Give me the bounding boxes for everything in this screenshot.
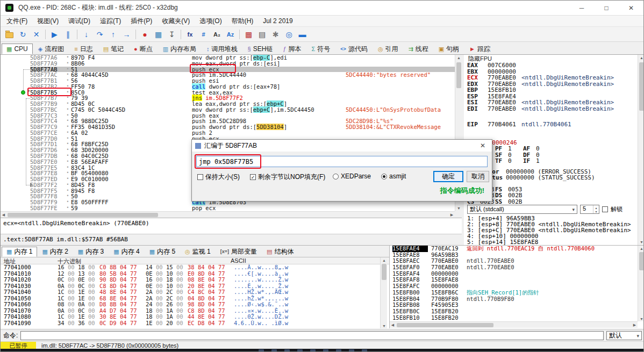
- stack-arg-row[interactable]: 4: [esp+10] 00000000: [467, 233, 639, 239]
- stop-icon[interactable]: ✕: [30, 28, 43, 40]
- stack-row[interactable]: 15E8FAF0770EABE0ntdll.770EABE0: [390, 264, 644, 271]
- taskbar-icon[interactable]: [259, 349, 264, 352]
- dump-vertical-scrollbar[interactable]: ▲ ▼: [380, 257, 387, 328]
- run-icon[interactable]: ▶: [48, 28, 61, 40]
- taskbar-icon[interactable]: [349, 349, 354, 352]
- depth-stepper[interactable]: 5 ▴▾: [580, 205, 599, 214]
- taskbar-icon[interactable]: [323, 349, 328, 352]
- step-out-icon[interactable]: ↑: [106, 28, 120, 40]
- tab-笔记[interactable]: ▤笔记: [98, 44, 128, 54]
- tab-流程图[interactable]: ◈流程图: [33, 44, 69, 54]
- stack-row[interactable]: 15E8FB0C15E8FB20: [390, 308, 644, 315]
- disasm-row[interactable]: 5D8F77A9•8B06mov eax,dword ptr ds:[esi]: [1, 61, 455, 67]
- scrollbar-thumb[interactable]: [8, 213, 158, 217]
- tab-调用堆栈[interactable]: ↕调用堆栈: [202, 44, 242, 54]
- stack-row[interactable]: 15E8FB0015E8FB6C指向SEH_Record[1]的指针: [390, 290, 644, 296]
- spinner-arrows-icon[interactable]: ▴▾: [593, 205, 599, 213]
- tab-结构体[interactable]: ▤结构体: [262, 247, 298, 257]
- scroll-right-icon[interactable]: ▶: [632, 322, 638, 328]
- step-into-icon[interactable]: ↓: [80, 28, 93, 40]
- tab-符号[interactable]: Σ符号: [307, 44, 335, 54]
- tab-监视 1[interactable]: ◎监视 1: [180, 247, 216, 257]
- tab-CPU[interactable]: ▦CPU: [2, 44, 33, 54]
- tab-SEH链[interactable]: §SEH链: [243, 44, 278, 54]
- stack-row[interactable]: 15E8FB04770B9F80ntdll.770B9F80: [390, 296, 644, 303]
- menu-item[interactable]: 选项(O): [195, 16, 226, 27]
- breakpoint-dot[interactable]: [21, 90, 25, 95]
- scroll-down-icon[interactable]: ▼: [638, 316, 644, 321]
- breakpoints-icon[interactable]: ●: [138, 28, 152, 40]
- tab-断点[interactable]: ●断点: [129, 44, 158, 54]
- stack-arg-row[interactable]: 2: [esp+8] 770EABE0 <ntdll.DbgUiRemoteBr…: [467, 221, 639, 227]
- scroll-up-icon[interactable]: ▲: [638, 246, 644, 251]
- register-row[interactable]: ZF1PF1AF0: [467, 146, 638, 152]
- nop-fill-checkbox[interactable]: ✓ 剩余字节以NOP填充(F): [250, 173, 325, 182]
- menu-item[interactable]: 插件(P): [126, 16, 157, 27]
- tab-内存 5[interactable]: ▦内存 5: [145, 247, 180, 257]
- tab-脚本[interactable]: ƒ脚本: [278, 44, 306, 54]
- taskbar-icon[interactable]: [362, 349, 367, 352]
- disasm-row[interactable]: 5D8F77C9•FF35 0481D35Dpush dword ptr ds:…: [1, 124, 455, 130]
- assemble-instruction-input[interactable]: [196, 156, 488, 167]
- calculator-icon[interactable]: ▤: [255, 28, 269, 40]
- minimize-button[interactable]: ─: [569, 1, 594, 16]
- register-row[interactable]: LastStatus00000000 (STATUS_SUCCESS): [467, 175, 638, 181]
- tab-跟踪[interactable]: ►跟踪: [464, 44, 495, 54]
- scroll-left-icon[interactable]: ◀: [1, 212, 6, 218]
- scrollbar-thumb[interactable]: [382, 264, 387, 280]
- stack-arg-row[interactable]: 1: [esp+4] 96A59BB3: [467, 215, 639, 221]
- stack-horizontal-scrollbar[interactable]: ◀ ▶: [390, 321, 638, 328]
- font-icon[interactable]: Az: [224, 28, 237, 40]
- unlock-checkbox[interactable]: [602, 206, 608, 212]
- stack-arg-row[interactable]: 3: [esp+C] 770EABE0 <ntdll.DbgUiRemoteBr…: [467, 227, 639, 233]
- register-row[interactable]: ES002BDS002B: [467, 192, 638, 199]
- xedparse-radio[interactable]: XEDParse: [333, 173, 371, 180]
- menu-item[interactable]: 追踪(T): [95, 16, 126, 27]
- register-row[interactable]: EFLAGS00000246: [467, 140, 638, 146]
- scroll-up-icon[interactable]: ▲: [455, 55, 462, 61]
- scrollbar-thumb[interactable]: [639, 62, 644, 111]
- scroll-down-icon[interactable]: ▼: [638, 239, 644, 245]
- scrollbar-thumb[interactable]: [397, 323, 493, 327]
- menu-item[interactable]: 文件(F): [2, 16, 32, 27]
- tab-内存 1[interactable]: ▦内存 1: [2, 247, 37, 257]
- cancel-button[interactable]: 取消: [467, 171, 489, 182]
- register-row[interactable]: OF0SF0DF0: [467, 152, 638, 159]
- tab-内存 2[interactable]: ▦内存 2: [37, 247, 73, 257]
- register-row[interactable]: CF0TF0IF1: [467, 158, 638, 164]
- dialog-close-button[interactable]: ✕: [474, 140, 492, 152]
- run-to-user-icon[interactable]: →: [120, 28, 133, 40]
- tab-内存 4[interactable]: ▦内存 4: [109, 247, 144, 257]
- scroll-up-icon[interactable]: ▲: [381, 257, 388, 263]
- dump-row[interactable]: 7704109034 00 36 000C D9 04 771E 00 20 0…: [1, 320, 389, 327]
- disasm-row[interactable]: 5D8F77BC•C745 0C 5044C45Dmov dword ptr s…: [1, 107, 455, 113]
- tab-内存 3[interactable]: ▦内存 3: [73, 247, 109, 257]
- registers-vertical-scrollbar[interactable]: ▲ ▼: [638, 55, 644, 245]
- tab-句柄[interactable]: ▣句柄: [434, 44, 464, 54]
- menu-item[interactable]: 帮助(H): [227, 16, 259, 27]
- taskbar-icon[interactable]: [310, 349, 316, 352]
- tab-内存布局[interactable]: ▥内存布局: [158, 44, 201, 54]
- command-profile-select[interactable]: 默认 ▾: [606, 331, 642, 340]
- stack-row[interactable]: 15E8FB1015E8FB20: [390, 315, 644, 321]
- patches-icon[interactable]: ▩: [242, 28, 255, 40]
- disasm-row[interactable]: 5D8F77FE•59pop ecx: [1, 205, 455, 211]
- menu-item[interactable]: 调试(D): [63, 16, 95, 27]
- scroll-down-icon[interactable]: ▼: [455, 205, 462, 211]
- menu-item[interactable]: 视图(V): [32, 16, 63, 27]
- disasm-horizontal-scrollbar[interactable]: ◀ ▶: [1, 211, 455, 218]
- keep-size-checkbox[interactable]: 保持大小(S): [197, 173, 240, 182]
- stack-row[interactable]: 15E8FB08F45905E3: [390, 302, 644, 308]
- tab-线程[interactable]: ⇉线程: [403, 44, 433, 54]
- stack-vertical-scrollbar[interactable]: ▲ ▼: [638, 246, 644, 321]
- pause-icon[interactable]: ∥: [61, 28, 75, 40]
- tab-日志[interactable]: ≡日志: [69, 44, 97, 54]
- hash-icon[interactable]: #: [197, 28, 210, 40]
- taskbar-icon[interactable]: [284, 349, 290, 352]
- disasm-row[interactable]: 5D8F77CE•6A 02push 2: [1, 130, 455, 136]
- scrollbar-thumb[interactable]: [639, 252, 644, 270]
- scroll-right-icon[interactable]: ▶: [449, 212, 455, 218]
- convention-select[interactable]: 默认 (stdcall) ▾: [467, 205, 577, 214]
- scroll-left-icon[interactable]: ◀: [390, 322, 396, 328]
- stack-row[interactable]: 15E8FAFC00000000: [390, 283, 644, 290]
